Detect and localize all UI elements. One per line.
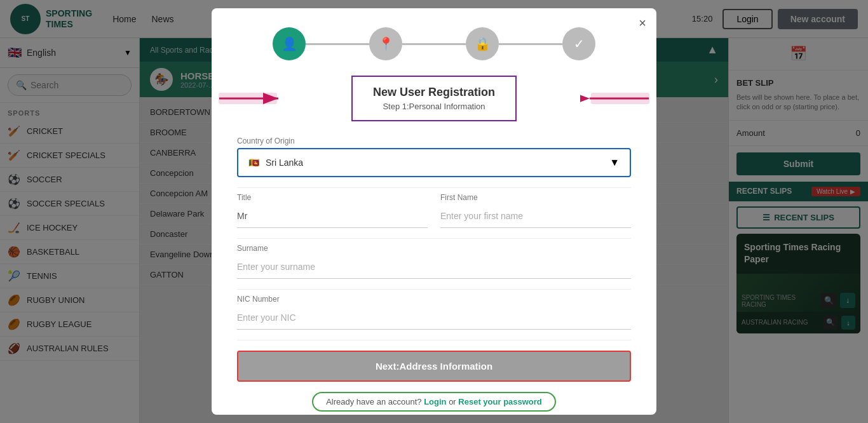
country-group: Country of Origin 🇱🇰 Sri Lanka ▼ xyxy=(237,137,631,177)
title-label: Title xyxy=(237,193,428,202)
country-flag-name: 🇱🇰 Sri Lanka xyxy=(248,158,303,168)
left-arrow-decoration xyxy=(218,86,288,111)
chevron-down-icon: ▼ xyxy=(609,157,620,168)
firstname-col: First Name xyxy=(440,193,631,228)
already-account-text: Already have an account? xyxy=(326,397,421,406)
step-2-circle: 📍 xyxy=(369,27,402,60)
next-button[interactable]: Next:Address Information xyxy=(237,351,631,382)
step-4-circle: ✓ xyxy=(562,27,595,60)
step-3-circle: 🔒 xyxy=(466,27,499,60)
country-value: Sri Lanka xyxy=(266,158,303,168)
surname-group: Surname xyxy=(237,244,631,279)
registration-title: New User Registration xyxy=(368,86,500,99)
modal-overlay: × 👤 📍 🔒 ✓ New Use xyxy=(0,0,868,423)
title-firstname-row: Title First Name xyxy=(237,193,631,228)
nic-input[interactable] xyxy=(237,306,631,330)
login-prompt: Already have an account? Login or Reset … xyxy=(237,392,631,412)
country-select[interactable]: 🇱🇰 Sri Lanka ▼ xyxy=(237,148,631,177)
steps-row: 👤 📍 🔒 ✓ xyxy=(237,27,631,60)
form-divider-4 xyxy=(237,340,631,340)
first-name-label: First Name xyxy=(440,193,631,202)
step-line-2 xyxy=(402,43,466,45)
step-1-circle: 👤 xyxy=(273,27,306,60)
form-divider-2 xyxy=(237,238,631,239)
first-name-input[interactable] xyxy=(440,205,631,228)
right-arrow-decoration xyxy=(580,86,650,111)
surname-label: Surname xyxy=(237,244,631,253)
registration-title-box: New User Registration Step 1:Personal In… xyxy=(351,76,517,121)
login-link[interactable]: Login xyxy=(424,397,446,406)
login-prompt-wrapper: Already have an account? Login or Reset … xyxy=(312,392,556,412)
registration-modal: × 👤 📍 🔒 ✓ New Use xyxy=(212,8,656,415)
country-flag: 🇱🇰 xyxy=(248,158,259,168)
form-divider-3 xyxy=(237,289,631,290)
form-divider xyxy=(237,187,631,188)
step-line-3 xyxy=(499,43,562,45)
country-label: Country of Origin xyxy=(237,137,631,145)
nic-group: NIC Number xyxy=(237,295,631,330)
registration-subtitle: Step 1:Personal Information xyxy=(368,102,500,111)
nic-label: NIC Number xyxy=(237,295,631,304)
surname-input[interactable] xyxy=(237,255,631,279)
or-text: or xyxy=(449,397,456,406)
reset-password-link[interactable]: Reset your password xyxy=(458,397,542,406)
modal-close-button[interactable]: × xyxy=(639,16,646,30)
title-col: Title xyxy=(237,193,428,228)
step-line-1 xyxy=(306,43,369,45)
title-input[interactable] xyxy=(237,205,428,228)
title-with-arrows: New User Registration Step 1:Personal In… xyxy=(237,76,631,121)
